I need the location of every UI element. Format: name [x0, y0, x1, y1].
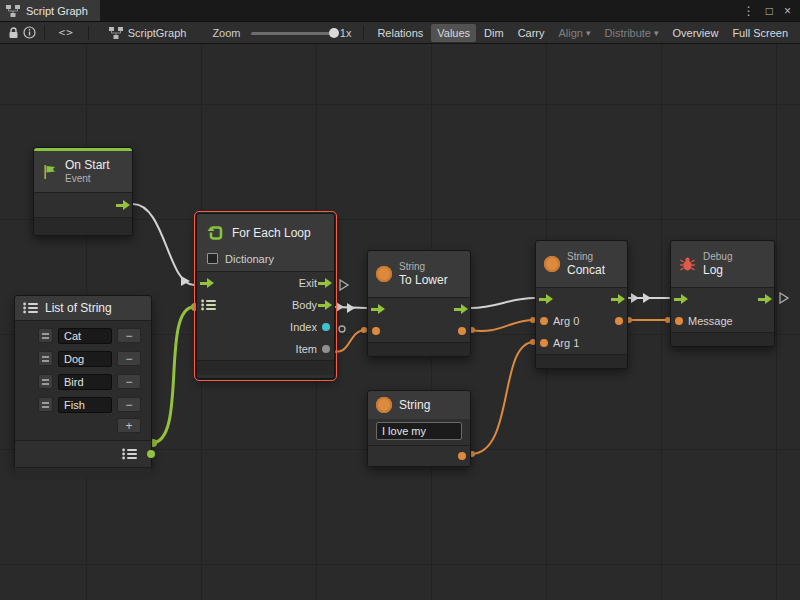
relations-button[interactable]: Relations: [371, 24, 429, 42]
graph-icon: [6, 5, 20, 17]
node-footer: [197, 360, 334, 375]
list-item-field[interactable]: Bird: [58, 374, 112, 390]
result-out-port[interactable]: [458, 327, 466, 335]
flow-out-port[interactable]: [454, 304, 468, 314]
item-port-label: Item: [296, 343, 317, 355]
remove-item-button[interactable]: −: [117, 328, 141, 343]
list-out-port[interactable]: [147, 450, 155, 458]
node-string-literal[interactable]: String I love my: [367, 390, 471, 467]
list-in-port[interactable]: [201, 299, 216, 311]
message-port[interactable]: [675, 317, 683, 325]
exit-port-stub: [340, 280, 348, 290]
window-menu-icon[interactable]: ⋮: [743, 4, 755, 18]
node-header: On Start Event: [34, 151, 132, 192]
align-button[interactable]: Align▾: [553, 24, 597, 42]
drag-handle-icon[interactable]: [38, 328, 53, 343]
index-port-stub: [339, 326, 345, 332]
tab-script-graph[interactable]: Script Graph: [0, 0, 100, 21]
node-on-start[interactable]: On Start Event: [33, 147, 133, 236]
graph-breadcrumb[interactable]: ScriptGraph: [109, 27, 187, 39]
remove-item-button[interactable]: −: [117, 397, 141, 412]
list-item-field[interactable]: Cat: [58, 328, 112, 344]
graph-canvas[interactable]: On Start Event List of String Cat − Dog: [0, 44, 800, 600]
dictionary-checkbox[interactable]: [207, 253, 218, 264]
drag-handle-icon[interactable]: [38, 351, 53, 366]
exit-port[interactable]: [318, 278, 332, 288]
add-item-button[interactable]: +: [117, 418, 141, 433]
node-title: To Lower: [399, 273, 448, 287]
list-icon: [122, 448, 137, 460]
list-item-field[interactable]: Dog: [58, 351, 112, 367]
value-out-port[interactable]: [458, 452, 466, 460]
node-for-each-loop[interactable]: For Each Loop Dictionary Exit Body Index…: [196, 213, 335, 379]
flow-out-port[interactable]: [116, 200, 130, 210]
flow-in-port[interactable]: [371, 304, 385, 314]
code-icon[interactable]: <>: [59, 26, 74, 39]
overview-button[interactable]: Overview: [667, 24, 725, 42]
node-title: String: [399, 398, 430, 412]
wire-onstart-to-foreach: [133, 204, 194, 285]
window-close-icon[interactable]: ×: [784, 4, 791, 18]
body-port-label: Body: [292, 299, 317, 311]
wire-arrowhead: [347, 303, 355, 313]
drag-handle-icon[interactable]: [38, 374, 53, 389]
string-value-field[interactable]: I love my: [376, 422, 462, 440]
window-titlebar: Script Graph ⋮ □ ×: [0, 0, 800, 22]
full-screen-button[interactable]: Full Screen: [726, 24, 794, 42]
chevron-down-icon: ▾: [586, 28, 591, 38]
drag-handle-icon[interactable]: [38, 397, 53, 412]
remove-item-button[interactable]: −: [117, 374, 141, 389]
loop-icon: [205, 223, 225, 243]
log-exit-stub: [780, 293, 788, 303]
node-title: Concat: [567, 263, 605, 277]
node-to-lower[interactable]: String To Lower: [367, 250, 471, 357]
item-port[interactable]: [322, 345, 330, 353]
graph-name: ScriptGraph: [128, 27, 187, 39]
string-type-icon: [376, 397, 392, 413]
arg1-label: Arg 1: [553, 337, 579, 349]
dim-button[interactable]: Dim: [478, 24, 510, 42]
window-maximize-icon[interactable]: □: [766, 4, 773, 18]
flag-icon: [42, 164, 58, 180]
node-concat[interactable]: String Concat Arg 0 Arg 1: [535, 240, 628, 369]
graph-icon: [109, 27, 123, 39]
list-item-field[interactable]: Fish: [58, 397, 112, 413]
node-type: String: [567, 251, 605, 263]
zoom-label: Zoom: [212, 27, 240, 39]
zoom-slider-knob[interactable]: [329, 28, 339, 38]
remove-item-button[interactable]: −: [117, 351, 141, 366]
flow-in-port[interactable]: [539, 294, 553, 304]
node-list-of-string[interactable]: List of String Cat − Dog − Bird − Fish: [14, 295, 152, 468]
list-row: Dog −: [15, 347, 151, 370]
node-subtitle: Event: [65, 173, 110, 185]
chevron-down-icon: ▾: [654, 28, 659, 38]
node-header: For Each Loop Dictionary: [197, 214, 334, 271]
tab-title: Script Graph: [26, 5, 88, 17]
string-in-port[interactable]: [372, 327, 380, 335]
result-out-port[interactable]: [615, 317, 623, 325]
dictionary-label: Dictionary: [225, 253, 274, 265]
toolbar-separator: [88, 26, 89, 40]
node-type: String: [399, 261, 448, 273]
zoom-slider-track[interactable]: [251, 32, 334, 35]
list-output-row: [15, 441, 151, 467]
lock-icon[interactable]: [5, 24, 21, 42]
index-port[interactable]: [322, 323, 330, 331]
distribute-button[interactable]: Distribute▾: [599, 24, 665, 42]
flow-in-port[interactable]: [674, 294, 688, 304]
carry-button[interactable]: Carry: [512, 24, 551, 42]
arg1-port[interactable]: [540, 339, 548, 347]
arg0-port[interactable]: [540, 317, 548, 325]
wire-list-to-foreach: [152, 307, 194, 443]
info-icon[interactable]: [21, 24, 37, 42]
flow-in-port[interactable]: [200, 278, 214, 288]
list-row: Fish −: [15, 393, 151, 416]
index-port-label: Index: [290, 321, 317, 333]
body-port[interactable]: [318, 300, 332, 310]
zoom-slider[interactable]: [251, 26, 334, 40]
node-type: Debug: [703, 251, 732, 263]
flow-out-port[interactable]: [758, 294, 772, 304]
flow-out-port[interactable]: [611, 294, 625, 304]
node-debug-log[interactable]: Debug Log Message: [670, 240, 775, 347]
values-button[interactable]: Values: [431, 24, 476, 42]
